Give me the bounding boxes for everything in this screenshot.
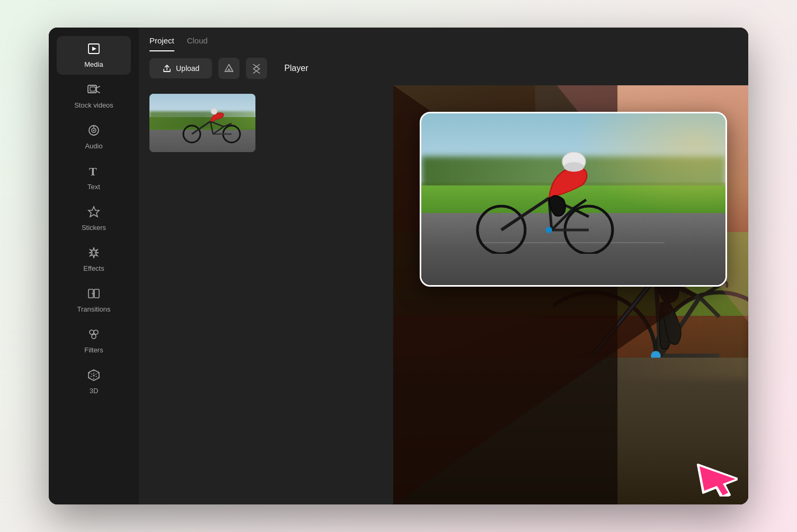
svg-point-17	[92, 334, 96, 339]
sidebar-label-stickers: Stickers	[82, 224, 106, 232]
filters-icon	[87, 328, 100, 343]
media-thumbnail[interactable]	[149, 94, 255, 152]
svg-point-26	[211, 108, 217, 114]
svg-point-54	[546, 227, 552, 233]
svg-rect-13	[94, 289, 99, 298]
player-area	[393, 85, 748, 504]
sidebar-item-stock-videos[interactable]: Stock videos	[57, 77, 131, 116]
tab-project[interactable]: Project	[149, 36, 174, 51]
svg-marker-11	[88, 207, 99, 217]
svg-point-8	[93, 130, 95, 131]
sidebar-item-transitions[interactable]: Transitions	[57, 281, 131, 320]
sidebar-label-filters: Filters	[84, 346, 103, 354]
cursor-arrow-icon	[695, 457, 738, 496]
upload-icon	[162, 64, 172, 73]
svg-point-16	[94, 330, 98, 334]
sidebar-item-3d[interactable]: 3D	[57, 362, 131, 401]
transitions-icon	[87, 287, 100, 302]
dropbox-icon	[251, 63, 262, 74]
preview-image	[421, 113, 725, 285]
effects-icon	[87, 246, 100, 261]
sidebar-item-media[interactable]: Media	[57, 36, 131, 75]
sidebar-label-audio: Audio	[85, 142, 102, 150]
svg-text:T: T	[89, 165, 97, 178]
sidebar-item-stickers[interactable]: Stickers	[57, 199, 131, 238]
upload-button[interactable]: Upload	[149, 58, 212, 78]
sidebar-label-media: Media	[84, 60, 103, 68]
audio-icon	[87, 124, 100, 139]
sidebar-label-stock: Stock videos	[74, 101, 113, 109]
svg-line-22	[210, 121, 213, 134]
sidebar-item-effects[interactable]: Effects	[57, 240, 131, 279]
svg-line-21	[210, 121, 224, 127]
text-icon: T	[87, 165, 100, 180]
tab-bar: Project Cloud	[139, 28, 748, 51]
main-panel: Project Cloud Upload	[139, 28, 748, 504]
toolbar: Upload Player	[139, 51, 748, 85]
content-area	[139, 85, 748, 504]
sidebar-item-text[interactable]: T Text	[57, 158, 131, 197]
preview-window	[420, 112, 727, 287]
svg-rect-3	[90, 87, 95, 91]
svg-line-5	[96, 91, 100, 93]
sidebar-label-transitions: Transitions	[77, 305, 110, 313]
svg-point-15	[90, 330, 94, 334]
app-window: Media Stock videos	[49, 28, 748, 504]
sidebar-label-3d: 3D	[90, 387, 99, 395]
tab-cloud[interactable]: Cloud	[187, 36, 208, 51]
sidebar-item-filters[interactable]: Filters	[57, 322, 131, 360]
3d-icon	[87, 369, 100, 384]
svg-point-53	[564, 162, 584, 172]
player-label: Player	[284, 64, 308, 73]
sidebar-label-effects: Effects	[83, 264, 104, 272]
thumbnail-image	[149, 94, 255, 152]
sidebar-item-audio[interactable]: Audio	[57, 118, 131, 156]
svg-line-20	[192, 121, 210, 134]
upload-label: Upload	[176, 64, 199, 73]
media-panel	[139, 85, 393, 504]
sidebar-label-text: Text	[87, 183, 100, 191]
google-drive-button[interactable]	[218, 58, 240, 79]
stock-videos-icon	[87, 83, 100, 98]
sidebar: Media Stock videos	[49, 28, 139, 504]
stickers-icon	[87, 206, 100, 220]
drive-icon	[224, 63, 234, 74]
dropbox-button[interactable]	[246, 58, 267, 79]
media-icon	[87, 42, 100, 57]
svg-marker-1	[92, 47, 96, 51]
svg-line-50	[573, 209, 589, 217]
svg-line-24	[213, 127, 224, 134]
